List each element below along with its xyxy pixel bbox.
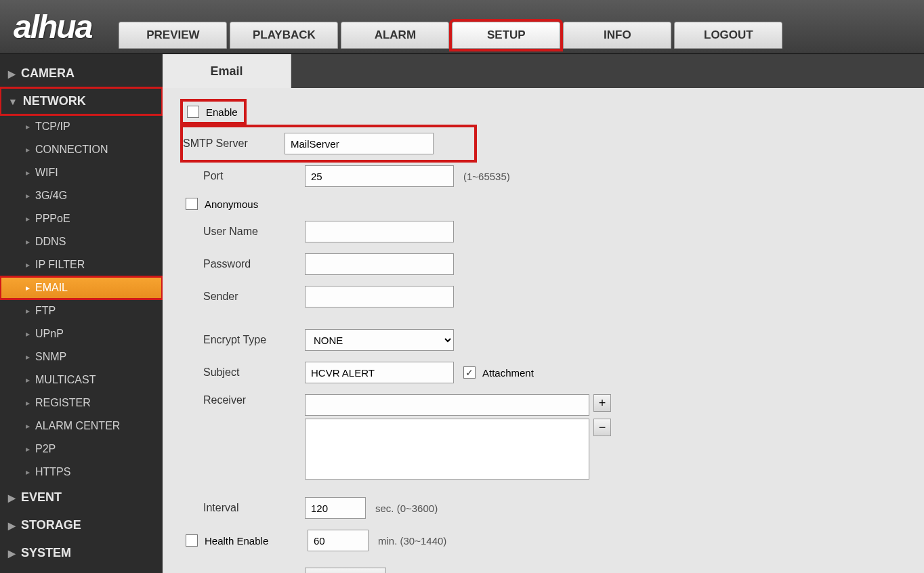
attachment-label: Attachment	[482, 367, 534, 379]
tab-setup[interactable]: SETUP	[452, 22, 560, 49]
chevron-right-icon: ▸	[26, 398, 30, 408]
main-panel: Email Enable SMTP Server Port (1~65535) …	[163, 54, 924, 573]
encrypt-select[interactable]: NONE	[305, 329, 454, 351]
sidebar-item-p2p[interactable]: ▸P2P	[0, 438, 163, 461]
chevron-right-icon: ▶	[8, 520, 16, 531]
receiver-input[interactable]	[305, 394, 589, 416]
smtp-label: SMTP Server	[183, 137, 285, 150]
email-form: Enable SMTP Server Port (1~65535) Anonym…	[163, 88, 924, 573]
sidebar-item-ftp[interactable]: ▸FTP	[0, 299, 163, 322]
main-tabs: PREVIEW PLAYBACK ALARM SETUP INFO LOGOUT	[119, 22, 782, 49]
sidebar-sub-label: FTP	[35, 305, 56, 317]
receiver-add-button[interactable]: +	[593, 394, 611, 412]
interval-input[interactable]	[305, 497, 366, 519]
username-input[interactable]	[305, 221, 454, 242]
password-input[interactable]	[305, 253, 454, 275]
sidebar-item-connection[interactable]: ▸CONNECTION	[0, 138, 163, 161]
sidebar-sub-label: CONNECTION	[35, 144, 108, 156]
enable-row: Enable	[183, 102, 244, 122]
health-label: Health Enable	[205, 535, 308, 547]
sidebar-label: EVENT	[21, 490, 62, 505]
brand-logo: alhua	[7, 8, 91, 45]
sidebar-item-email[interactable]: ▸EMAIL	[0, 276, 163, 299]
sidebar-item-upnp[interactable]: ▸UPnP	[0, 322, 163, 345]
chevron-right-icon: ▸	[26, 352, 30, 362]
sidebar-item-network[interactable]: ▼NETWORK	[0, 87, 163, 115]
encrypt-label: Encrypt Type	[203, 334, 305, 346]
tab-playback[interactable]: PLAYBACK	[230, 22, 338, 49]
smtp-input[interactable]	[285, 133, 434, 154]
sidebar-item-system[interactable]: ▶SYSTEM	[0, 539, 163, 567]
sidebar-label: NETWORK	[23, 94, 86, 108]
sidebar-item-pppoe[interactable]: ▸PPPoE	[0, 207, 163, 230]
tab-logout[interactable]: LOGOUT	[674, 22, 782, 49]
sidebar-sub-label: EMAIL	[35, 282, 68, 294]
port-hint: (1~65535)	[463, 171, 510, 182]
chevron-right-icon: ▸	[26, 260, 30, 270]
sidebar-item-storage[interactable]: ▶STORAGE	[0, 511, 163, 539]
anonymous-checkbox[interactable]	[186, 198, 198, 210]
sidebar-item-alarmcenter[interactable]: ▸ALARM CENTER	[0, 415, 163, 438]
chevron-right-icon: ▶	[8, 68, 16, 79]
sidebar-sub-label: IP FILTER	[35, 259, 85, 271]
sidebar-sub-label: SNMP	[35, 351, 66, 363]
interval-hint: sec. (0~3600)	[375, 503, 438, 514]
chevron-right-icon: ▸	[26, 283, 30, 293]
receiver-label: Receiver	[203, 394, 305, 406]
subject-label: Subject	[203, 366, 305, 379]
sidebar-sub-label: TCP/IP	[35, 121, 70, 133]
tab-alarm[interactable]: ALARM	[341, 22, 449, 49]
chevron-right-icon: ▸	[26, 421, 30, 431]
sidebar-sub-label: P2P	[35, 443, 56, 455]
chevron-right-icon: ▸	[26, 191, 30, 200]
sidebar: ▶CAMERA ▼NETWORK ▸TCP/IP ▸CONNECTION ▸WI…	[0, 54, 163, 573]
tab-info[interactable]: INFO	[563, 22, 671, 49]
content-tab-row: Email	[163, 54, 924, 88]
port-label: Port	[203, 170, 305, 182]
receiver-list[interactable]	[305, 419, 589, 480]
sidebar-label: CAMERA	[21, 66, 75, 81]
port-input[interactable]	[305, 165, 454, 187]
sidebar-item-snmp[interactable]: ▸SNMP	[0, 345, 163, 368]
sidebar-sub-label: DDNS	[35, 236, 66, 248]
sidebar-item-ddns[interactable]: ▸DDNS	[0, 230, 163, 253]
sidebar-sub-label: ALARM CENTER	[35, 420, 120, 432]
chevron-right-icon: ▸	[26, 237, 30, 247]
sidebar-item-3g4g[interactable]: ▸3G/4G	[0, 184, 163, 207]
chevron-down-icon: ▼	[8, 96, 18, 107]
interval-label: Interval	[203, 502, 305, 514]
chevron-right-icon: ▸	[26, 122, 30, 131]
sidebar-label: STORAGE	[21, 518, 81, 532]
sidebar-item-https[interactable]: ▸HTTPS	[0, 461, 163, 484]
chevron-right-icon: ▸	[26, 145, 30, 154]
chevron-right-icon: ▸	[26, 306, 30, 316]
sidebar-item-register[interactable]: ▸REGISTER	[0, 391, 163, 415]
sidebar-item-ipfilter[interactable]: ▸IP FILTER	[0, 253, 163, 276]
health-checkbox[interactable]	[186, 534, 198, 547]
chevron-right-icon: ▸	[26, 168, 30, 177]
top-bar: alhua PREVIEW PLAYBACK ALARM SETUP INFO …	[0, 0, 924, 54]
sidebar-item-camera[interactable]: ▶CAMERA	[0, 60, 163, 87]
sidebar-sub-label: HTTPS	[35, 466, 70, 478]
health-input[interactable]	[308, 530, 369, 551]
sidebar-sub-label: MULTICAST	[35, 374, 96, 386]
enable-label: Enable	[206, 106, 238, 118]
smtp-row: SMTP Server	[183, 127, 474, 160]
chevron-right-icon: ▸	[26, 214, 30, 224]
subject-input[interactable]	[305, 362, 454, 383]
sidebar-sub-label: WIFI	[35, 167, 58, 179]
sidebar-item-tcpip[interactable]: ▸TCP/IP	[0, 115, 163, 138]
email-test-button[interactable]: Email Test	[305, 568, 386, 573]
receiver-remove-button[interactable]: −	[593, 419, 611, 436]
attachment-checkbox[interactable]: ✓	[463, 366, 476, 379]
tab-preview[interactable]: PREVIEW	[119, 22, 227, 49]
enable-checkbox[interactable]	[187, 106, 199, 118]
content-tab-email[interactable]: Email	[163, 54, 291, 88]
sidebar-sub-label: 3G/4G	[35, 190, 67, 202]
sidebar-item-event[interactable]: ▶EVENT	[0, 484, 163, 511]
sender-input[interactable]	[305, 286, 454, 307]
username-label: User Name	[203, 226, 305, 238]
sidebar-item-multicast[interactable]: ▸MULTICAST	[0, 368, 163, 391]
sidebar-item-wifi[interactable]: ▸WIFI	[0, 161, 163, 184]
chevron-right-icon: ▸	[26, 329, 30, 339]
